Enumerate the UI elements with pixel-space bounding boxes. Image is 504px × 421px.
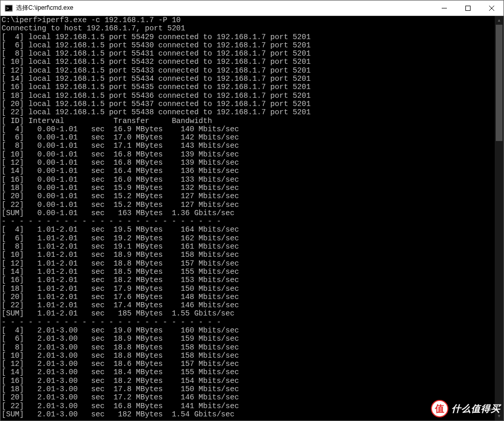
window-title: 选择C:\iperf\cmd.exe: [16, 4, 432, 12]
watermark-text: 什么值得买: [451, 402, 500, 415]
scroll-thumb[interactable]: [496, 25, 502, 141]
window-controls: [432, 1, 503, 16]
vertical-scrollbar[interactable]: ▲ ▼: [495, 16, 503, 420]
watermark: 值 什么值得买: [431, 400, 500, 417]
terminal-output: C:\iperf>iperf3.exe -c 192.168.1.7 -P 10…: [2, 16, 495, 420]
svg-text:>_: >_: [6, 6, 12, 11]
console-viewport: C:\iperf>iperf3.exe -c 192.168.1.7 -P 10…: [1, 16, 495, 420]
close-button[interactable]: [480, 1, 503, 16]
minimize-button[interactable]: [432, 1, 456, 16]
scroll-up-arrow-icon[interactable]: ▲: [495, 16, 503, 25]
console-area[interactable]: C:\iperf>iperf3.exe -c 192.168.1.7 -P 10…: [1, 16, 503, 420]
maximize-button[interactable]: [456, 1, 480, 16]
svg-rect-3: [466, 6, 471, 10]
watermark-badge-icon: 值: [431, 400, 448, 417]
app-window: >_ 选择C:\iperf\cmd.exe C:\iperf>iperf3.ex…: [0, 0, 504, 421]
scroll-track[interactable]: [495, 25, 503, 412]
cmd-icon: >_: [5, 4, 13, 12]
titlebar[interactable]: >_ 选择C:\iperf\cmd.exe: [1, 1, 503, 16]
